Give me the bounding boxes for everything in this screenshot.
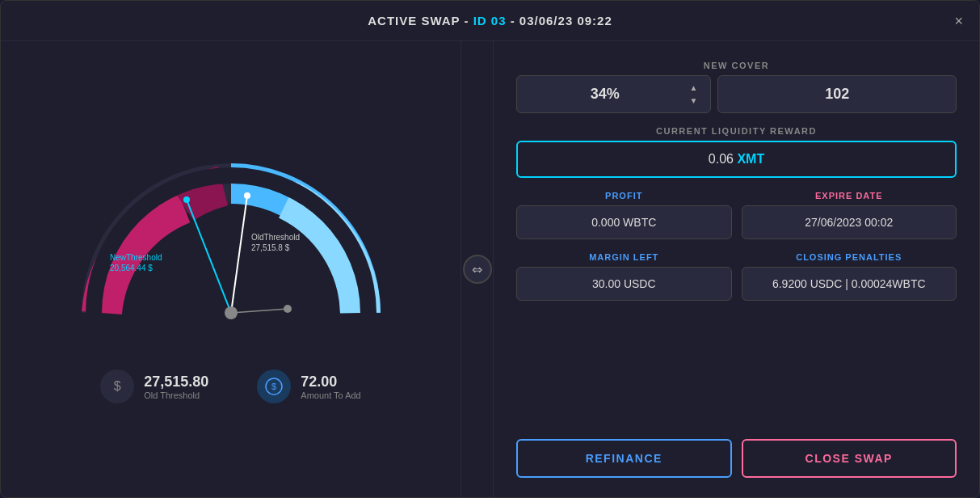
amount-to-add-info: $ 72.00 Amount To Add	[257, 369, 360, 403]
title-text: ACTIVE SWAP - ID 03 - 03/06/23 09:22	[368, 14, 612, 27]
svg-text:NewThreshold: NewThreshold	[110, 253, 162, 262]
dollar-icon: $	[100, 369, 134, 403]
amount-to-add-label: Amount To Add	[301, 390, 360, 400]
svg-point-6	[183, 196, 190, 203]
liquidity-label: CURRENT LIQUIDITY REWARD	[516, 126, 957, 136]
penalties-col: CLOSING PENALTIES 6.9200 USDC | 0.00024W…	[742, 252, 957, 301]
swap-direction-icon: ⇔	[463, 255, 492, 284]
action-row: REFINANCE CLOSE SWAP	[516, 439, 957, 478]
profit-col: PROFIT 0.000 WBTC	[516, 191, 732, 239]
refinance-button[interactable]: REFINANCE	[516, 439, 732, 478]
old-threshold-label: Old Threshold	[144, 390, 208, 400]
old-threshold-details: 27,515.80 Old Threshold	[144, 374, 208, 400]
penalties-label: CLOSING PENALTIES	[742, 252, 957, 262]
svg-text:27,515.8 $: 27,515.8 $	[251, 243, 290, 252]
gauge-svg: OldThreshold 27,515.8 $ NewThreshold 20,…	[61, 135, 401, 345]
percent-control: 34% ▲ ▼	[516, 75, 711, 113]
svg-text:$: $	[271, 382, 276, 391]
svg-point-10	[284, 305, 292, 313]
svg-text:20,564.44 $: 20,564.44 $	[110, 264, 153, 272]
modal-header: ACTIVE SWAP - ID 03 - 03/06/23 09:22 ×	[1, 1, 979, 41]
profit-value: 0.000 WBTC	[516, 205, 732, 239]
close-modal-button[interactable]: ×	[954, 12, 963, 29]
old-threshold-info: $ 27,515.80 Old Threshold	[100, 369, 208, 403]
profit-label: PROFIT	[516, 191, 732, 200]
svg-point-0	[142, 224, 320, 345]
right-panel: NEW COVER 34% ▲ ▼ 102 CURRENT LIQUIDITY …	[494, 41, 979, 497]
amount-icon: $	[257, 369, 291, 403]
penalties-value: 6.9200 USDC | 0.00024WBTC	[742, 267, 957, 301]
svg-text:OldThreshold: OldThreshold	[251, 233, 300, 242]
bottom-info-row: $ 27,515.80 Old Threshold $ 72.00 Amount…	[100, 369, 360, 403]
percent-down-button[interactable]: ▼	[688, 95, 699, 107]
margin-col: MARGIN LEFT 30.00 USDC	[516, 252, 732, 301]
expire-value: 27/06/2023 00:02	[742, 205, 957, 239]
percent-stepper: ▲ ▼	[688, 82, 699, 107]
margin-label: MARGIN LEFT	[516, 252, 732, 262]
expire-label: EXPIRE DATE	[742, 191, 957, 200]
modal-container: ACTIVE SWAP - ID 03 - 03/06/23 09:22 ×	[0, 0, 980, 498]
margin-penalties-row: MARGIN LEFT 30.00 USDC CLOSING PENALTIES…	[516, 252, 957, 301]
modal-body: OldThreshold 27,515.8 $ NewThreshold 20,…	[1, 41, 979, 497]
liquidity-amount: 0.06	[709, 152, 734, 166]
percent-value: 34%	[528, 86, 681, 103]
amount-to-add-details: 72.00 Amount To Add	[301, 374, 360, 400]
gauge-container: OldThreshold 27,515.8 $ NewThreshold 20,…	[61, 135, 401, 345]
new-cover-controls: 34% ▲ ▼ 102	[516, 75, 957, 113]
margin-value: 30.00 USDC	[516, 267, 732, 301]
cover-number-box: 102	[717, 75, 957, 113]
percent-up-button[interactable]: ▲	[688, 82, 699, 94]
svg-point-12	[225, 306, 238, 319]
liquidity-box: 0.06 XMT	[516, 141, 957, 178]
svg-point-2	[244, 192, 250, 199]
amount-to-add-value: 72.00	[301, 374, 360, 390]
old-threshold-value: 27,515.80	[144, 374, 208, 390]
liquidity-section: CURRENT LIQUIDITY REWARD 0.06 XMT	[516, 126, 957, 178]
profit-expire-row: PROFIT 0.000 WBTC EXPIRE DATE 27/06/2023…	[516, 191, 957, 239]
left-panel: OldThreshold 27,515.8 $ NewThreshold 20,…	[1, 41, 461, 497]
modal-title: ACTIVE SWAP - ID 03 - 03/06/23 09:22	[368, 14, 612, 27]
liquidity-currency: XMT	[737, 152, 764, 166]
middle-divider: ⇔	[461, 41, 494, 497]
close-swap-button[interactable]: CLOSE SWAP	[742, 439, 957, 478]
new-cover-section: NEW COVER 34% ▲ ▼ 102	[516, 61, 957, 113]
expire-col: EXPIRE DATE 27/06/2023 00:02	[742, 191, 957, 239]
new-cover-label: NEW COVER	[516, 61, 957, 70]
